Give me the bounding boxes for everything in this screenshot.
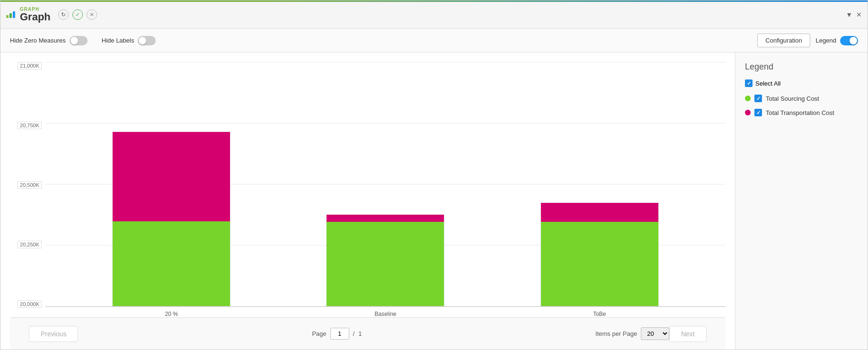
main-content: 21,000K 20,750K 20,500K 20,250K 20,000K [0, 52, 868, 350]
hide-labels-group: Hide Labels [102, 36, 156, 45]
y-label-2: 20,750K [18, 122, 42, 129]
x-label-tobe: ToBe [540, 311, 659, 317]
y-label-3: 20,500K [18, 181, 42, 189]
transport-check-icon: ✓ [756, 110, 761, 116]
y-label-5: 20,000K [18, 300, 42, 308]
toolbar-right: Configuration Legend [757, 34, 858, 47]
refresh-button[interactable]: ↻ [58, 9, 69, 20]
legend-label: Legend [816, 37, 836, 44]
pagination-bar: Previous Page / 1 Items per Page 10 20 5… [10, 317, 726, 350]
chart-plot: 20 % Baseline ToBe [45, 62, 726, 317]
legend-dot-sourcing [745, 96, 751, 101]
title-controls: ↻ ✓ ✕ [58, 9, 97, 20]
stacked-bar-baseline [326, 214, 444, 306]
select-all-label: Select All [755, 80, 780, 87]
sourcing-label: Total Sourcing Cost [766, 95, 819, 102]
stacked-bar-20pct [112, 131, 230, 306]
window-close-button[interactable]: ✕ [856, 11, 862, 18]
legend-item-transport: ✓ Total Transportation Cost [745, 109, 858, 116]
legend-title: Legend [745, 62, 858, 72]
items-per-page-label: Items per Page [595, 330, 637, 337]
bar-segment-green-tobe [541, 222, 658, 306]
x-labels: 20 % Baseline ToBe [45, 307, 726, 317]
app-icon [6, 11, 15, 18]
y-axis: 21,000K 20,750K 20,500K 20,250K 20,000K [10, 62, 45, 317]
title-bar: GRAPH Graph ↻ ✓ ✕ ▼ ✕ [0, 0, 868, 29]
items-per-page-select[interactable]: 10 20 50 100 [641, 327, 669, 340]
window-minimize-button[interactable]: ▼ [846, 11, 852, 18]
transport-label: Total Transportation Cost [766, 109, 834, 116]
sourcing-checkbox[interactable]: ✓ [754, 95, 762, 102]
hide-zero-toggle[interactable] [70, 36, 88, 45]
hide-zero-label: Hide Zero Measures [10, 37, 66, 44]
stacked-bar-tobe [540, 202, 659, 306]
legend-select-all: ✓ Select All [745, 79, 858, 87]
total-pages: 1 [358, 330, 362, 337]
close-button[interactable]: ✕ [87, 9, 97, 20]
page-input[interactable] [330, 328, 349, 340]
app-large-label: Graph [20, 12, 51, 22]
previous-button[interactable]: Previous [29, 326, 78, 342]
apply-button[interactable]: ✓ [72, 9, 83, 20]
sourcing-check-icon: ✓ [756, 96, 761, 102]
bar-group-baseline [326, 214, 444, 306]
hide-zero-measures-group: Hide Zero Measures [10, 36, 88, 45]
chart-container: 21,000K 20,750K 20,500K 20,250K 20,000K [10, 62, 726, 317]
bar-group-tobe [540, 202, 659, 306]
chart-bars-area [45, 62, 726, 307]
page-info: Page / 1 [312, 328, 362, 340]
bar-segment-green-baseline [327, 222, 444, 306]
legend-dot-transport [745, 110, 751, 115]
y-label-4: 20,250K [18, 241, 42, 248]
bar-group-20pct [112, 131, 230, 306]
hide-labels-toggle[interactable] [138, 36, 156, 45]
window-controls: ▼ ✕ [846, 11, 862, 18]
page-label: Page [312, 330, 326, 337]
x-label-20pct: 20 % [112, 311, 230, 317]
toolbar: Hide Zero Measures Hide Labels Configura… [0, 29, 868, 52]
page-separator: / [353, 330, 355, 337]
bar-segment-pink-tobe [541, 203, 658, 222]
configuration-button[interactable]: Configuration [757, 34, 810, 47]
legend-panel: Legend ✓ Select All ✓ Total Sourcing Cos… [735, 52, 868, 350]
legend-toggle-group: Legend [816, 36, 858, 45]
bars-row [45, 62, 726, 306]
bar-segment-pink-baseline [327, 215, 444, 222]
select-all-check-icon: ✓ [747, 80, 751, 87]
hide-labels-label: Hide Labels [102, 37, 134, 44]
next-button[interactable]: Next [669, 326, 707, 342]
select-all-checkbox[interactable]: ✓ [745, 79, 753, 87]
bar-segment-green-20pct [113, 221, 230, 306]
y-label-1: 21,000K [18, 62, 42, 70]
legend-item-sourcing: ✓ Total Sourcing Cost [745, 95, 858, 102]
x-label-baseline: Baseline [326, 311, 444, 317]
legend-toggle[interactable] [840, 36, 858, 45]
transport-checkbox[interactable]: ✓ [754, 109, 762, 116]
chart-area: 21,000K 20,750K 20,500K 20,250K 20,000K [0, 52, 735, 350]
bar-segment-pink-20pct [113, 132, 230, 221]
items-per-page-group: Items per Page 10 20 50 100 [595, 327, 669, 340]
